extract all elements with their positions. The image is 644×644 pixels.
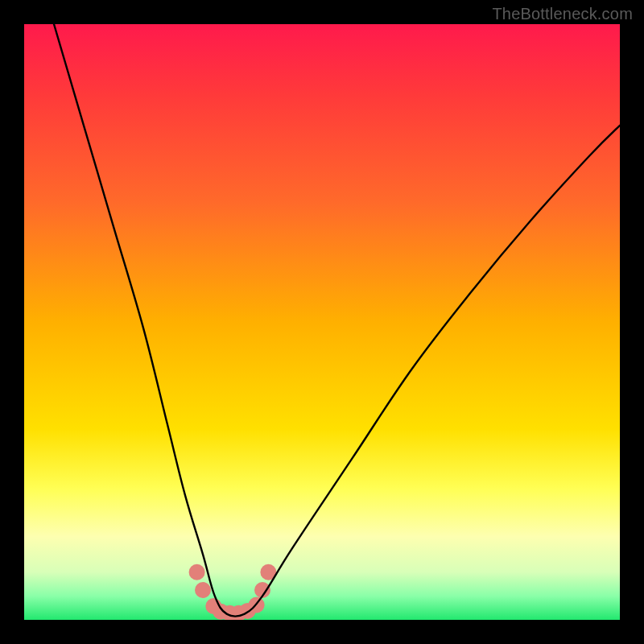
minimum-marker <box>189 564 205 580</box>
minimum-marker <box>195 582 211 598</box>
bottleneck-curve-path <box>54 24 620 617</box>
chart-frame: TheBottleneck.com <box>0 0 644 644</box>
plot-area <box>24 24 620 620</box>
curve-layer <box>24 24 620 620</box>
marker-cluster <box>189 564 277 620</box>
watermark-text: TheBottleneck.com <box>492 5 633 23</box>
